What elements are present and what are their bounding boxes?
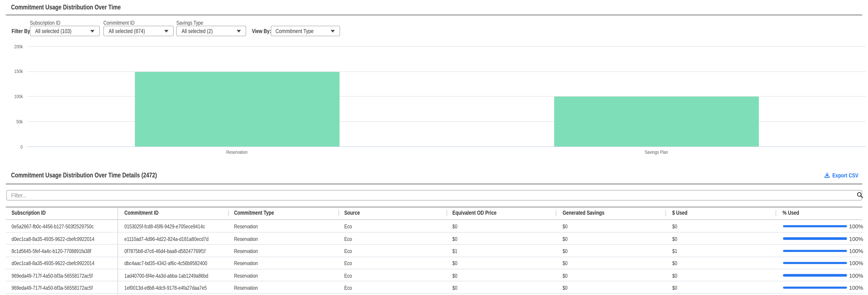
commitment-usage-bar-chart: 050k100k150k200kReservationSavings Plan: [0, 42, 868, 163]
cell-commitment-type: Reservation: [234, 282, 264, 294]
table-row[interactable]: 0e5a2667-fb0c-4456-b127-503f2529750c0153…: [0, 220, 868, 233]
details-divider: [6, 183, 862, 185]
cell-commitment-id: 0153025f-fcd8-45f6-9429-e705ece9414c: [124, 220, 225, 233]
cell-dollar-used: $1: [672, 245, 678, 257]
table-row[interactable]: d0ec1ca8-8a35-4935-9622-cbefc9922014dbc4…: [0, 257, 868, 269]
x-axis-category-label: Reservation: [195, 149, 279, 155]
column-header-dollar-used[interactable]: $ Used: [672, 209, 691, 216]
cell-commitment-type: Reservation: [234, 269, 264, 282]
savings-type-label: Savings Type: [177, 19, 210, 26]
x-axis-category-label: Savings Plan: [614, 149, 698, 155]
x-axis-line: [28, 147, 866, 147]
cell-commitment-id: dbc4aac7-bd35-4342-af6c-4c56b9582400: [124, 257, 228, 269]
export-csv-button[interactable]: Export CSV: [824, 172, 865, 178]
cell-generated-savings: $0: [563, 257, 569, 269]
column-header-percent-used[interactable]: % Used: [782, 209, 803, 216]
cell-commitment-type: Reservation: [234, 220, 264, 233]
cell-dollar-used: $0: [672, 282, 678, 294]
cell-equivalent-od-price: $0: [453, 269, 459, 282]
commitment-usage-page: Commitment Usage Distribution Over Time …: [0, 0, 868, 295]
column-header-generated-savings[interactable]: Generated Savings: [563, 209, 615, 216]
cell-subscription-id: 969eda49-717f-4a50-bf3a-56558172ac5f: [11, 269, 113, 282]
percent-used-bar: [783, 225, 847, 228]
export-csv-link-wrap: Export CSV: [824, 171, 865, 181]
cell-subscription-id: 969eda49-717f-4a50-bf3a-56558172ac5f: [11, 282, 113, 294]
cell-equivalent-od-price: $0: [453, 233, 459, 245]
percent-used-label: 100%: [849, 282, 863, 294]
chevron-down-icon: [164, 30, 168, 32]
cell-commitment-id: e1110ad7-4d96-4d22-824a-d181a80ecd7d: [124, 233, 229, 245]
cell-source: Eco: [344, 282, 354, 294]
header-separator: [228, 210, 229, 216]
column-header-subscription-id[interactable]: Subscription ID: [11, 209, 54, 216]
download-icon: [824, 172, 830, 178]
percent-used-label: 100%: [849, 245, 863, 257]
cell-dollar-used: $0: [672, 257, 678, 269]
header-separator: [776, 210, 776, 216]
chevron-down-icon: [237, 30, 241, 32]
savings-type-dropdown[interactable]: All selected (2): [177, 26, 246, 36]
cell-dollar-used: $0: [672, 220, 678, 233]
column-header-commitment-id[interactable]: Commitment ID: [124, 209, 167, 216]
column-header-commitment-type[interactable]: Commitment Type: [234, 209, 284, 216]
y-axis-tick-label: 100k: [0, 94, 23, 99]
details-title: Commitment Usage Distribution Over Time …: [11, 171, 193, 179]
section-divider: [6, 14, 862, 16]
chart-bar-savings-plan[interactable]: [554, 96, 759, 147]
cell-subscription-id: d0ec1ca8-8a35-4935-9622-cbefc9922014: [11, 233, 115, 245]
gridline: [28, 46, 866, 47]
table-row[interactable]: d0ec1ca8-8a35-4935-9622-cbefc9922014e111…: [0, 233, 868, 245]
cell-subscription-id: d0ec1ca8-8a35-4935-9622-cbefc9922014: [11, 257, 115, 269]
subscription-id-dropdown[interactable]: All selected (103): [30, 26, 100, 36]
percent-used-bar: [783, 237, 847, 240]
column-header-equivalent-od-price[interactable]: Equivalent OD Price: [453, 209, 507, 216]
percent-used-label: 100%: [849, 220, 863, 233]
cell-source: Eco: [344, 245, 354, 257]
cell-commitment-id: 1ad40700-6f4e-4a3d-abba-1ab1249a86bd: [124, 269, 229, 282]
cell-generated-savings: $0: [563, 220, 569, 233]
table-row[interactable]: 969eda49-717f-4a50-bf3a-56558172ac5f1ef0…: [0, 282, 868, 294]
cell-commitment-type: Reservation: [234, 233, 264, 245]
gridline: [28, 71, 866, 72]
subscription-id-label: Subscription ID: [30, 19, 68, 26]
chevron-down-icon: [331, 30, 335, 32]
percent-used-bar: [783, 274, 847, 276]
cell-generated-savings: $0: [563, 233, 569, 245]
cell-source: Eco: [344, 220, 354, 233]
table-row[interactable]: 969eda49-717f-4a50-bf3a-56558172ac5f1ad4…: [0, 269, 868, 282]
percent-used-label: 100%: [849, 269, 863, 282]
cell-dollar-used: $0: [672, 233, 678, 245]
page-title: Commitment Usage Distribution Over Time: [11, 3, 148, 11]
header-separator: [665, 210, 666, 216]
y-axis-tick-label: 50k: [0, 119, 23, 124]
percent-used-label: 100%: [849, 257, 863, 269]
cell-commitment-id: 1ef0013d-e8b8-4dc9-9178-e4fa27daa7e5: [124, 282, 227, 294]
cell-commitment-type: Reservation: [234, 245, 264, 257]
y-axis-tick-label: 150k: [0, 68, 23, 74]
commitment-id-dropdown[interactable]: All selected (874): [103, 26, 174, 36]
column-header-source[interactable]: Source: [344, 209, 364, 216]
y-axis-tick-label: 0: [0, 144, 23, 150]
header-separator: [339, 210, 339, 216]
cell-source: Eco: [344, 233, 354, 245]
view-by-dropdown[interactable]: Commitment Type: [271, 26, 340, 36]
cell-source: Eco: [344, 257, 354, 269]
cell-subscription-id: 0e5a2667-fb0c-4456-b127-503f2529750c: [11, 220, 114, 233]
cell-dollar-used: $0: [672, 269, 678, 282]
cell-subscription-id: 8c1d5645-5fef-4a4c-b120-7708891fa38f: [11, 245, 111, 257]
table-filter-input[interactable]: [6, 190, 862, 201]
percent-used-bar: [783, 250, 847, 252]
commitment-id-label: Commitment ID: [103, 19, 143, 26]
percent-used-bar: [783, 287, 847, 289]
percent-used-label: 100%: [849, 233, 863, 245]
chart-bar-reservation[interactable]: [135, 72, 339, 146]
cell-generated-savings: $0: [563, 282, 569, 294]
search-icon[interactable]: [857, 191, 863, 199]
cell-equivalent-od-price: $0: [453, 282, 459, 294]
percent-used-bar: [783, 262, 847, 264]
table-row[interactable]: 8c1d5645-5fef-4a4c-b120-7708891fa38f0f78…: [0, 245, 868, 257]
header-separator: [446, 210, 447, 216]
cell-commitment-id: 0f7875b8-d7c6-46d4-baa8-d58247769f1f: [124, 245, 226, 257]
cell-equivalent-od-price: $0: [453, 257, 459, 269]
cell-equivalent-od-price: $0: [453, 220, 459, 233]
